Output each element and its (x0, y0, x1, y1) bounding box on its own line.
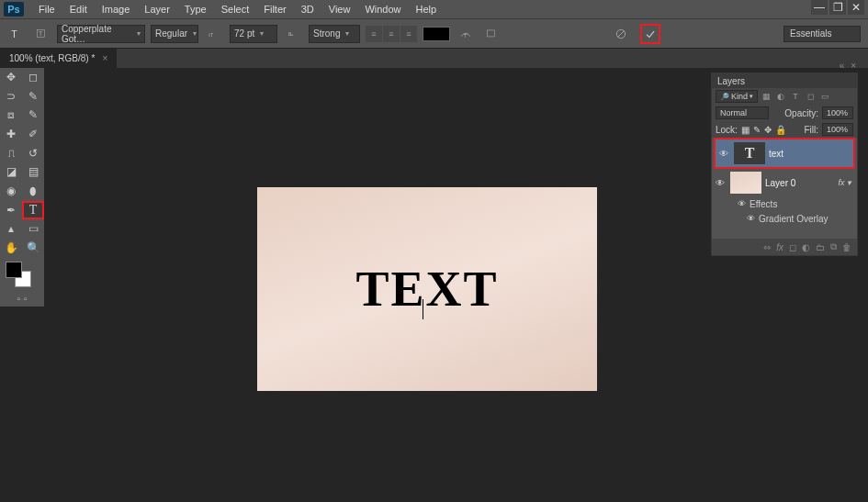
close-button[interactable]: ✕ (848, 0, 864, 15)
hand-tool[interactable]: ✋ (0, 239, 22, 257)
font-size-dropdown[interactable]: 72 pt▾ (230, 25, 277, 43)
link-layers-icon[interactable]: ⇔ (763, 242, 771, 252)
lock-all-icon[interactable]: 🔒 (775, 125, 786, 135)
eyedropper-tool[interactable]: ✎ (22, 106, 44, 124)
filter-type-icon[interactable]: T (789, 90, 802, 103)
menu-type[interactable]: Type (177, 2, 214, 17)
color-picker[interactable] (0, 258, 44, 291)
foreground-color[interactable] (6, 262, 22, 278)
blend-mode-dropdown[interactable]: Normal (716, 106, 769, 119)
lasso-tool[interactable]: ⊃ (0, 87, 22, 106)
text-layer-content[interactable]: TEXT (355, 261, 498, 318)
layer-name[interactable]: text (769, 149, 783, 159)
workspace-switcher[interactable]: Essentials (783, 26, 861, 42)
layer-thumbnail-text[interactable]: T (734, 142, 765, 164)
svg-text:T: T (11, 28, 17, 39)
font-family-value: Copperplate Got… (62, 24, 131, 44)
layers-panel-tab[interactable]: Layers (712, 73, 857, 88)
warp-text-icon[interactable]: T (456, 24, 476, 44)
shape-tool[interactable]: ▭ (22, 219, 44, 238)
align-right-button[interactable]: ≡ (400, 26, 417, 42)
menu-filter[interactable]: Filter (256, 2, 293, 17)
lock-label: Lock: (716, 125, 738, 135)
close-tab-icon[interactable]: × (102, 53, 107, 63)
eye-icon[interactable]: 👁 (738, 199, 746, 208)
options-bar: T T Copperplate Got…▾ Regular▾ tT 72 pt▾… (0, 18, 868, 48)
menu-edit[interactable]: Edit (62, 2, 95, 17)
antialias-dropdown[interactable]: Strong▾ (309, 25, 360, 43)
svg-line-8 (618, 30, 625, 37)
eraser-tool[interactable]: ◪ (0, 162, 22, 181)
align-left-button[interactable]: ≡ (366, 26, 382, 42)
layer-effects-header[interactable]: 👁Effects (712, 196, 857, 211)
cancel-edit-icon[interactable] (611, 24, 631, 44)
menu-3d[interactable]: 3D (294, 2, 321, 17)
maximize-button[interactable]: ❐ (829, 0, 846, 15)
font-family-dropdown[interactable]: Copperplate Got…▾ (57, 25, 145, 43)
type-tool[interactable]: T (22, 201, 44, 219)
history-brush-tool[interactable]: ↺ (22, 144, 44, 162)
layer-thumbnail[interactable] (730, 172, 761, 194)
brush-tool[interactable]: ✐ (22, 125, 44, 143)
filter-adjust-icon[interactable]: ◐ (774, 90, 787, 103)
filter-pixel-icon[interactable]: ▦ (760, 90, 772, 103)
path-select-tool[interactable]: ▴ (0, 219, 22, 238)
crop-tool[interactable]: ⧈ (0, 106, 22, 124)
layer-mask-icon[interactable]: ◻ (789, 242, 796, 252)
menu-select[interactable]: Select (214, 2, 257, 17)
opacity-input[interactable]: 100% (822, 106, 853, 119)
quick-select-tool[interactable]: ✎ (22, 87, 44, 106)
document-tab[interactable]: 100% (text, RGB/8) * × (0, 49, 117, 69)
layer-name[interactable]: Layer 0 (765, 178, 795, 188)
eye-icon[interactable]: 👁 (747, 214, 755, 223)
move-tool[interactable]: ✥ (0, 68, 22, 86)
layer-effect-item[interactable]: 👁Gradient Overlay (712, 211, 857, 226)
lock-pixels-icon[interactable]: ✎ (753, 125, 761, 135)
adjustment-layer-icon[interactable]: ◐ (802, 242, 810, 252)
panel-collapse-icons[interactable]: « × (840, 61, 858, 71)
menu-image[interactable]: Image (95, 2, 138, 17)
visibility-toggle[interactable]: 👁 (717, 147, 730, 160)
filter-smart-icon[interactable]: ▭ (818, 90, 831, 103)
filter-shape-icon[interactable]: ◻ (804, 90, 817, 103)
tool-preset-icon[interactable]: T (31, 24, 51, 44)
blur-tool[interactable]: ◉ (0, 182, 22, 200)
layer-group-icon[interactable]: 🗀 (816, 242, 825, 252)
fx-badge[interactable]: fx ▾ (838, 178, 851, 187)
delete-layer-icon[interactable]: 🗑 (842, 242, 851, 252)
new-layer-icon[interactable]: ⧉ (830, 241, 837, 252)
minimize-button[interactable]: — (811, 0, 828, 15)
blend-mode-value: Normal (720, 108, 747, 117)
canvas[interactable]: TEXT (257, 187, 597, 391)
menu-view[interactable]: View (321, 2, 358, 17)
align-center-button[interactable]: ≡ (383, 26, 400, 42)
visibility-toggle[interactable]: 👁 (714, 176, 727, 189)
character-panel-icon[interactable] (481, 24, 502, 44)
gradient-tool[interactable]: ▤ (22, 162, 44, 181)
chevron-down-icon: ▾ (345, 29, 349, 38)
pen-tool[interactable]: ✒ (0, 201, 22, 219)
layer-style-icon[interactable]: fx (776, 242, 783, 252)
menu-layer[interactable]: Layer (137, 2, 177, 17)
filter-kind-dropdown[interactable]: 🔎Kind▾ (716, 90, 758, 103)
menu-window[interactable]: Window (357, 2, 408, 17)
zoom-tool[interactable]: 🔍 (22, 239, 44, 257)
healing-tool[interactable]: ✚ (0, 125, 22, 143)
screen-mode-buttons[interactable]: ▫▫ (0, 291, 44, 306)
active-tool-icon[interactable]: T (6, 24, 26, 44)
marquee-tool[interactable]: ◻ (22, 68, 44, 86)
lock-position-icon[interactable]: ✥ (764, 125, 772, 135)
text-color-swatch[interactable] (423, 27, 450, 41)
fill-input[interactable]: 100% (822, 123, 853, 136)
lock-transparency-icon[interactable]: ▦ (741, 125, 750, 135)
layer-row-text[interactable]: 👁 T text (716, 139, 853, 167)
stamp-tool[interactable]: ⎍ (0, 144, 22, 162)
menu-help[interactable]: Help (409, 2, 445, 17)
dodge-tool[interactable]: ⬮ (22, 182, 44, 200)
layer-row-layer0[interactable]: 👁 Layer 0 fx ▾ (712, 169, 857, 196)
document-tab-label: 100% (text, RGB/8) * (9, 53, 95, 63)
document-tabs: 100% (text, RGB/8) * × (0, 48, 868, 68)
font-style-dropdown[interactable]: Regular▾ (151, 25, 198, 43)
commit-edit-icon[interactable] (640, 24, 660, 44)
menu-file[interactable]: File (31, 2, 62, 17)
